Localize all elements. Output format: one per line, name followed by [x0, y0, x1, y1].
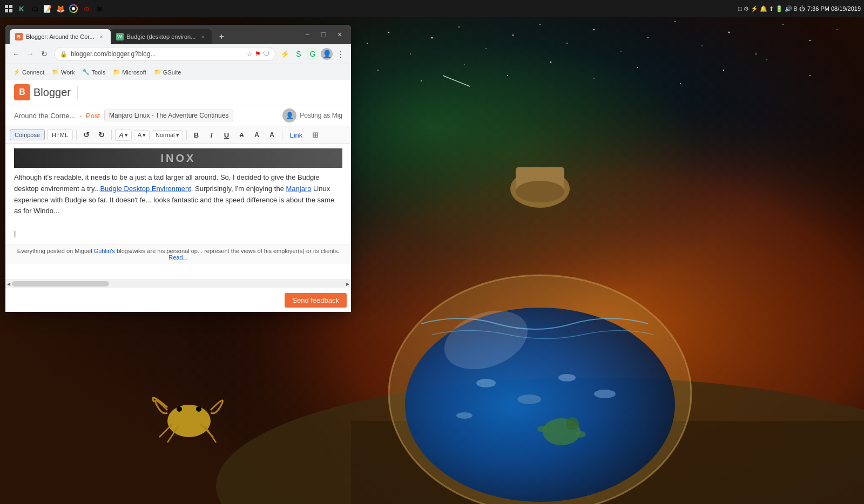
maximize-button[interactable]: □ — [316, 28, 330, 42]
ext-icon-2[interactable]: S — [293, 48, 305, 60]
svg-point-3 — [367, 43, 368, 44]
thunderbird-icon[interactable]: ✉ — [94, 3, 105, 14]
k-app-icon[interactable]: K — [16, 3, 27, 14]
more-format-button[interactable]: ⊞ — [309, 128, 322, 141]
text-color-button[interactable]: A — [251, 128, 264, 141]
svg-point-44 — [566, 417, 579, 430]
bookmark-tools[interactable]: 🔧 Tools — [79, 67, 109, 77]
refresh-button[interactable]: ↻ — [38, 47, 51, 60]
blogger-logo-icon: B — [14, 84, 30, 100]
guhlin-link[interactable]: Guhlin's — [94, 248, 115, 254]
bold-button[interactable]: B — [190, 128, 203, 141]
html-button[interactable]: HTML — [47, 130, 73, 140]
svg-point-38 — [476, 379, 496, 387]
lock-icon: 🔒 — [60, 51, 68, 58]
svg-point-9 — [512, 35, 514, 36]
user-avatar: 👤 — [282, 108, 296, 122]
svg-point-23 — [421, 80, 422, 81]
manjaro-link[interactable]: Manjaro — [286, 185, 311, 193]
ext-icon-1[interactable]: ⚡ — [279, 48, 291, 60]
url-icons: ☆ ⚑ 🛡 — [247, 50, 269, 58]
svg-point-25 — [507, 75, 508, 76]
editor-inner: Although it's readable, it needs to be a… — [14, 148, 342, 240]
send-feedback-button[interactable]: Send feedback — [285, 293, 347, 308]
svg-point-29 — [680, 83, 681, 84]
text-editor-icon[interactable]: 📝 — [42, 3, 53, 14]
tab-blogger-close[interactable]: × — [98, 33, 105, 40]
files-icon[interactable]: 🗂 — [29, 3, 40, 14]
horizontal-scrollbar[interactable]: ◀ ▶ — [5, 280, 351, 287]
bookmark-gsuite[interactable]: 📁 GSuite — [151, 67, 185, 77]
post-badge: Post — [86, 112, 100, 120]
compose-button[interactable]: Compose — [10, 130, 45, 140]
ext-icon-3[interactable]: G — [307, 48, 319, 60]
svg-point-63 — [72, 7, 75, 10]
user-avatar-icon[interactable]: 👤 — [321, 48, 333, 60]
svg-point-14 — [647, 37, 649, 38]
font-size-icon: A — [138, 132, 141, 138]
tab-budgie[interactable]: W Budgie (desktop environ... × — [111, 29, 212, 44]
forward-button[interactable]: → — [24, 47, 37, 60]
scroll-right-arrow[interactable]: ▶ — [345, 280, 351, 288]
chrome-icon[interactable] — [68, 3, 79, 14]
italic-button[interactable]: I — [205, 128, 218, 141]
battery-icon: 🔋 — [775, 5, 783, 12]
system-tray: □ ⚙ ⚡ 🔔 ⬆ 🔋 🔊 B ⏻ — [738, 5, 805, 12]
svg-point-11 — [566, 43, 568, 44]
firefox-icon[interactable]: 🦊 — [55, 3, 66, 14]
redo-button[interactable]: ↻ — [95, 128, 108, 141]
strikethrough-button[interactable]: A — [235, 128, 248, 141]
bookmark-microsoft-icon: 📁 — [113, 69, 120, 76]
cursor-icon: | — [14, 229, 16, 237]
minimize-button[interactable]: − — [300, 28, 314, 42]
back-button[interactable]: ← — [10, 47, 23, 60]
svg-point-7 — [458, 26, 460, 28]
bookmark-microsoft[interactable]: 📁 Microsoft — [110, 67, 150, 77]
svg-point-28 — [637, 67, 638, 68]
svg-point-57 — [196, 406, 201, 412]
font-dropdown-arrow: ▾ — [125, 132, 128, 139]
tab-blogger[interactable]: B Blogger: Around the Cor... × — [10, 29, 111, 44]
tab-blogger-title: Blogger: Around the Cor... — [26, 33, 94, 40]
bookmark-connect-icon: ⚡ — [13, 69, 21, 76]
toolbar-sep-2 — [111, 130, 112, 140]
blogger-logo: B Blogger — [14, 84, 71, 100]
bookmark-connect-label: Connect — [22, 69, 44, 76]
notification-icon: ⬆ — [769, 5, 774, 12]
svg-rect-58 — [5, 5, 8, 8]
editor-text[interactable]: Although it's readable, it needs to be a… — [14, 172, 342, 240]
svg-point-18 — [755, 53, 757, 55]
font-size-dropdown[interactable]: A ▾ — [134, 130, 150, 140]
budgie-link[interactable]: Budgie Desktop Environment — [100, 185, 191, 193]
undo-button[interactable]: ↺ — [80, 128, 93, 141]
window-controls: − □ × — [300, 28, 347, 42]
new-tab-button[interactable]: + — [214, 29, 229, 44]
svg-point-41 — [594, 390, 616, 398]
tabs-area: B Blogger: Around the Cor... × W Budgie … — [10, 25, 294, 44]
bookmark-star-icon[interactable]: ☆ — [247, 50, 253, 58]
bookmark-connect[interactable]: ⚡ Connect — [10, 67, 48, 77]
editor-content[interactable]: Although it's readable, it needs to be a… — [5, 144, 351, 280]
svg-point-12 — [593, 29, 595, 31]
url-field[interactable]: 🔒 blogger.com/blogger.g?blog... ☆ ⚑ 🛡 — [54, 47, 275, 61]
svg-point-6 — [431, 37, 433, 39]
scroll-left-arrow[interactable]: ◀ — [5, 280, 12, 288]
post-bar: Around the Corne... · Post Manjaro Linux… — [5, 105, 351, 126]
font-dropdown[interactable]: A ▾ — [115, 130, 132, 141]
font-size-arrow: ▾ — [143, 132, 146, 139]
bookmark-work[interactable]: 📁 Work — [49, 67, 78, 77]
app-grid-icon[interactable] — [3, 3, 14, 14]
close-button[interactable]: × — [333, 28, 347, 42]
editor-cursor-line: | — [14, 228, 342, 240]
read-more-link[interactable]: Read... — [168, 254, 187, 261]
highlight-button[interactable]: A — [266, 128, 279, 141]
more-options-icon[interactable]: ⋮ — [335, 48, 347, 60]
extensions-icon[interactable]: ⚑ — [255, 50, 261, 58]
tab-budgie-close[interactable]: × — [199, 33, 206, 40]
shield-icon[interactable]: 🛡 — [263, 50, 269, 58]
opera-icon[interactable]: ⊙ — [81, 3, 92, 14]
underline-button[interactable]: U — [220, 128, 233, 141]
scrollbar-thumb[interactable] — [12, 281, 109, 287]
link-button[interactable]: Link — [286, 130, 307, 141]
format-dropdown[interactable]: Normal ▾ — [152, 130, 183, 140]
